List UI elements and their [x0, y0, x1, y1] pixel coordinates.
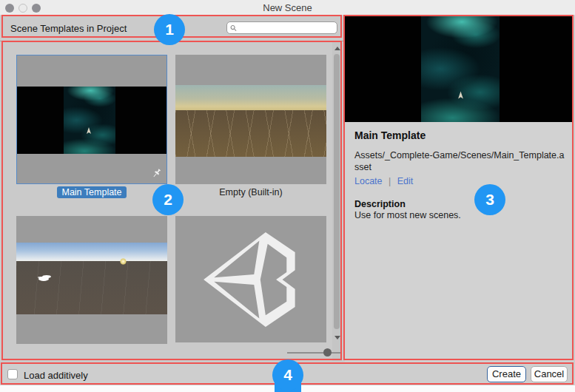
scrollbar-thumb[interactable]: [334, 54, 340, 329]
scroll-up-icon[interactable]: [334, 47, 340, 50]
annotation-marker-2: 2: [152, 184, 184, 215]
sun-gizmo: [120, 258, 127, 265]
spaceship-sprite: [86, 127, 92, 135]
spaceship-sprite: [457, 91, 464, 100]
details-title: Main Template: [354, 129, 564, 141]
create-button[interactable]: Create: [487, 366, 526, 382]
template-preview-image: [345, 16, 574, 122]
new-scene-dialog: New Scene Scene Templates in Project: [0, 0, 575, 392]
search-icon: [230, 24, 237, 32]
template-name-selected[interactable]: Main Template: [57, 186, 126, 198]
pin-icon[interactable]: [151, 168, 162, 179]
template-label-row: Main Template: [16, 187, 167, 197]
annotation-marker-3: 3: [474, 184, 505, 215]
thumbnail-ground-grid: [175, 110, 326, 157]
scene-templates-header-label: Scene Templates in Project: [10, 23, 127, 34]
search-input[interactable]: [239, 23, 334, 33]
thumbnail-sky: [16, 243, 167, 261]
edit-link[interactable]: Edit: [397, 176, 414, 186]
grid-scrollbar[interactable]: [332, 42, 342, 361]
template-search-field[interactable]: [226, 21, 337, 34]
template-name[interactable]: Empty (Built-in): [219, 187, 282, 197]
load-additively-checkbox[interactable]: [7, 369, 18, 379]
cancel-button[interactable]: Cancel: [531, 366, 568, 382]
description-text: Use for most new scenes.: [354, 210, 564, 220]
locate-link[interactable]: Locate: [354, 176, 383, 186]
thumbnail-size-slider-track[interactable]: [287, 352, 342, 354]
description-heading: Description: [354, 199, 564, 209]
asset-path: Assets/_Complete-Game/Scenes/Main_Templa…: [354, 149, 568, 174]
link-separator: |: [389, 176, 391, 186]
cloud-sprite: [38, 277, 49, 281]
template-card-empty-builtin[interactable]: [175, 55, 326, 184]
load-additively-label: Load additively: [24, 370, 88, 381]
template-label-row: Empty (Built-in): [175, 187, 326, 197]
template-card-horizon-scene[interactable]: [16, 216, 167, 344]
window-title: New Scene: [0, 2, 575, 13]
unity-logo-icon: [198, 227, 303, 332]
thumbnail-ground: [16, 261, 167, 314]
annotation-marker-4: 4: [272, 359, 303, 391]
main-template-thumbnail: [17, 87, 167, 154]
template-details: Main Template Assets/_Complete-Game/Scen…: [345, 122, 574, 220]
thumbnail-size-slider-knob[interactable]: [323, 348, 332, 356]
scroll-down-icon[interactable]: [334, 336, 340, 339]
template-card-unity-logo[interactable]: [175, 216, 326, 342]
nebula-image: [64, 87, 115, 154]
nebula-image: [421, 16, 500, 122]
template-card-main-template[interactable]: [16, 55, 167, 184]
template-details-panel: Main Template Assets/_Complete-Game/Scen…: [345, 16, 574, 362]
horizon-scene-thumbnail: [16, 243, 167, 314]
window-titlebar: New Scene: [0, 0, 575, 16]
details-links-row: Locate | Edit: [354, 176, 564, 186]
empty-builtin-thumbnail: [175, 85, 326, 157]
thumbnail-sky: [175, 85, 326, 110]
annotation-marker-1: 1: [154, 14, 185, 45]
